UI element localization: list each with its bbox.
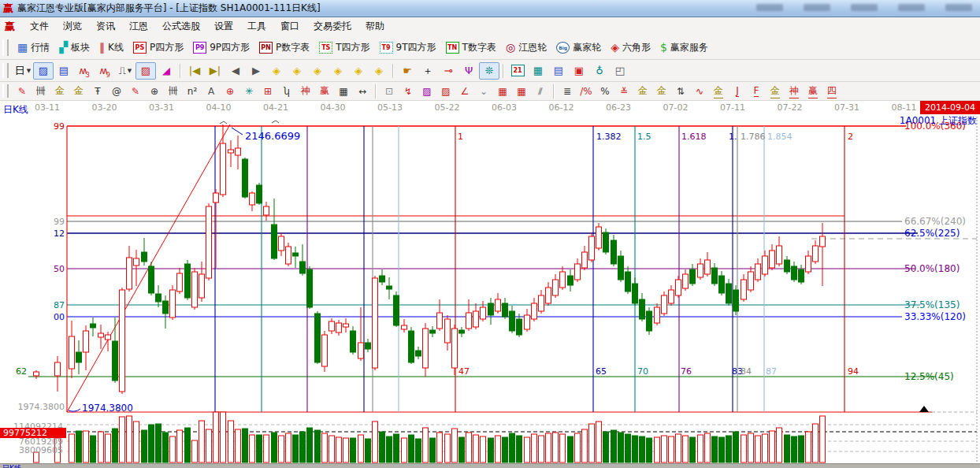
red-grid-tool[interactable]: ▦ [493, 84, 512, 99]
menu-6[interactable]: 设置 [207, 19, 240, 33]
valley-mark-tool[interactable]: ⌄ [474, 84, 493, 99]
slider-triangle-marker[interactable] [919, 406, 929, 412]
price-grid-tool[interactable]: ▦ [334, 84, 353, 99]
updown-measure-tool[interactable]: ⇅ [671, 84, 690, 99]
gold-angle-tool[interactable]: 金 [709, 84, 728, 99]
menu-3[interactable]: 资讯 [89, 19, 122, 33]
time-ruler-tool[interactable]: 卌 [32, 84, 50, 99]
crosshair-tool-button[interactable]: ＋ [418, 62, 438, 80]
percent-line-tool[interactable]: ≚ [614, 84, 633, 99]
kline-chart[interactable]: 2146.66991974.38009999125087001974.38001… [0, 116, 980, 463]
shade-box-tool[interactable]: ▨ [418, 84, 436, 99]
golden-section-tool[interactable]: 金 [50, 84, 69, 99]
percent-tool[interactable]: % [596, 84, 614, 99]
winner-wheel-button[interactable]: Big赢家轮 [551, 39, 606, 57]
quotes-button[interactable]: ▦行情 [13, 39, 54, 57]
stats-panel-tool[interactable]: ≣ [558, 84, 577, 99]
gold2-angle-tool[interactable]: 金 [766, 84, 785, 99]
k-mark-tool[interactable]: ʮ [277, 84, 296, 99]
gann-anchor-button[interactable]: ◈ [369, 62, 389, 80]
gann-map-button[interactable]: ▨ [135, 62, 156, 80]
kline-button[interactable]: ∥K线 [95, 39, 128, 57]
red-grid-dense-tool[interactable]: ▦ [512, 84, 531, 99]
network-button[interactable]: ♁ [589, 62, 610, 80]
pencil-grid-tool[interactable]: ✎ [126, 84, 145, 99]
angle-line-tool[interactable]: A [202, 84, 221, 99]
wave-band-tool[interactable]: ∿ [690, 84, 709, 99]
menu-7[interactable]: 工具 [240, 19, 273, 33]
draw-pencil-tool[interactable]: ✎ [13, 84, 32, 99]
gann-center-button[interactable]: ◈ [348, 62, 369, 80]
f-levels-tool[interactable]: Ŧ [88, 84, 107, 99]
ying-angle-tool[interactable]: 赢 [804, 84, 822, 99]
gann-tree-tool-button[interactable]: Ψ [458, 62, 479, 80]
candle-style-dropdown[interactable]: ⎍▼ [115, 62, 135, 80]
shen-angle-tool[interactable]: 神 [785, 84, 804, 99]
si-angle-tool[interactable]: 四 [822, 84, 841, 99]
parallel-lines-tool[interactable]: ⫽ [531, 84, 550, 99]
f10-info-button[interactable]: ▤ [54, 62, 74, 80]
p-square-button[interactable]: PSP四方形 [128, 39, 188, 57]
percent-slash-tool[interactable]: /% [577, 84, 596, 99]
circle-cross-tool[interactable]: ⊕ [221, 84, 239, 99]
remote-pc-button[interactable]: ◰ [610, 62, 630, 80]
toolbar-grip[interactable] [2, 63, 9, 78]
gann-expand-button[interactable]: ◈ [307, 62, 328, 80]
gann-wheel-button[interactable]: ◎江恩轮 [501, 39, 551, 57]
gann-move-left-button[interactable]: ◈ [266, 62, 287, 80]
save-button[interactable]: ▣ [569, 62, 589, 80]
gann-move-right-button[interactable]: ◈ [287, 62, 307, 80]
smart-analysis-button[interactable]: ❊ [479, 62, 499, 80]
gann-compress-button[interactable]: ◈ [328, 62, 348, 80]
winner-service-button[interactable]: $赢家服务 [655, 39, 713, 57]
spiral-tool[interactable]: @ [107, 84, 126, 99]
n-square-tool[interactable]: n² [183, 84, 202, 99]
shen-grid-tool[interactable]: 神 [296, 84, 315, 99]
t-square-button[interactable]: TST四方形 [314, 39, 374, 57]
calendar-button[interactable]: 21 [507, 62, 528, 80]
volume-profile-button[interactable]: ◢ [156, 62, 176, 80]
j-angle-tool[interactable]: J [728, 84, 747, 99]
prev-bar-button[interactable]: ◀ [225, 62, 246, 80]
last-page-button[interactable]: ▶| [205, 62, 225, 80]
width-measure-tool[interactable]: ↔ [353, 84, 372, 99]
square-cross-tool[interactable]: ⊞ [258, 84, 277, 99]
calculator-button[interactable]: ▦ [528, 62, 548, 80]
sectors-button[interactable]: ▞板块 [54, 39, 95, 57]
ying-grid-tool[interactable]: 赢 [315, 84, 334, 99]
memo-button[interactable]: ▤ [548, 62, 569, 80]
time-cycle-tool[interactable]: ⊕ [145, 84, 164, 99]
hexagon-button[interactable]: ◈六角形 [606, 39, 655, 57]
star-grid-tool[interactable]: ✳ [239, 84, 258, 99]
menu-2[interactable]: 浏览 [56, 19, 89, 33]
angle-fan-tool[interactable]: ∠ [455, 84, 474, 99]
overview-map-button[interactable]: ▨ [33, 62, 54, 80]
trendline-tool-button[interactable]: ⊸ [438, 62, 458, 80]
golden-box-tool[interactable]: 金 [69, 84, 88, 99]
menu-9[interactable]: 交易委托 [306, 19, 358, 33]
gold-circle-tool[interactable]: 金 [633, 84, 652, 99]
hatch-box-tool[interactable]: ▨ [436, 84, 455, 99]
gold-line-tool[interactable]: 金 [652, 84, 671, 99]
p-number-table-button[interactable]: PNP数字表 [254, 39, 314, 57]
9p-square-button[interactable]: P99P四方形 [188, 39, 254, 57]
next-bar-button[interactable]: ▶ [246, 62, 266, 80]
toolbar-grip[interactable] [2, 39, 9, 56]
kline-period-dropdown[interactable]: 日▼ [13, 62, 33, 80]
menu-8[interactable]: 窗口 [273, 19, 306, 33]
fan-lines-tool[interactable]: ↯ [399, 84, 418, 99]
f-angle-tool[interactable]: F [747, 84, 766, 99]
first-page-button[interactable]: |◀ [184, 62, 205, 80]
menu-1[interactable]: 文件 [23, 19, 56, 33]
wave-3-button[interactable]: ʍ3 [74, 62, 95, 80]
menu-10[interactable]: 帮助 [358, 19, 392, 33]
tick-ruler-tool[interactable]: 卌 [164, 84, 183, 99]
toolbar-grip[interactable] [2, 84, 9, 97]
wave-9-button[interactable]: ʍ9 [95, 62, 115, 80]
hand-tool-button[interactable]: ☛ [397, 62, 418, 80]
box-select-tool[interactable]: ⊡ [380, 84, 399, 99]
menu-4[interactable]: 江恩 [122, 19, 155, 33]
menu-5[interactable]: 公式选股 [155, 19, 207, 33]
9t-square-button[interactable]: T99T四方形 [375, 39, 441, 57]
t-number-table-button[interactable]: TNT数字表 [441, 39, 501, 57]
